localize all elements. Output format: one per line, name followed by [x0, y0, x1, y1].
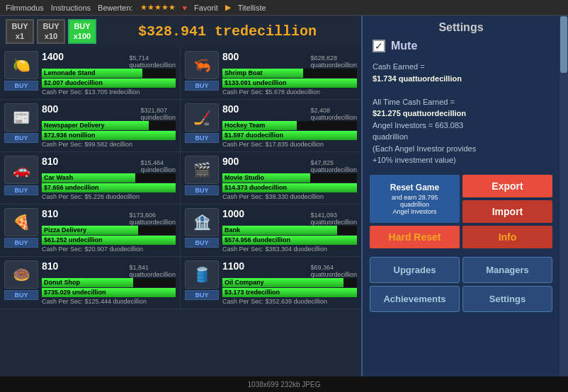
- buy-x10-button[interactable]: BUYx10: [37, 19, 65, 44]
- business-count: 810: [42, 208, 58, 219]
- business-name: Lemonade Stand: [44, 69, 96, 78]
- business-buy-button[interactable]: BUY: [185, 238, 219, 248]
- business-grid: 🍋 BUY 1400 $5,714quattuordecillion Lemon…: [0, 47, 361, 309]
- business-name: Hockey Team: [225, 121, 265, 130]
- angel-unit: quadrillion: [373, 131, 550, 143]
- business-cost: $141,093quattuordecillion: [310, 212, 357, 226]
- business-cost: $2,408quattuordecillion: [310, 107, 357, 121]
- all-time-value: $21.275 quattuordecillion: [373, 108, 550, 120]
- business-progress-bar: Hockey Team: [222, 121, 357, 130]
- left-panel: BUYx1 BUYx10 BUYx100 $328.941 tredecilli…: [0, 16, 361, 392]
- business-count: 810: [42, 260, 58, 272]
- business-profit-bar: $574.956 duodecillion: [222, 236, 357, 245]
- business-count: 810: [42, 156, 58, 167]
- profit-value: $1.597 duodecillion: [225, 131, 283, 140]
- export-button[interactable]: Export: [462, 175, 552, 197]
- business-icon: 📰: [4, 103, 38, 132]
- stats-box: Cash Earned = $1.734 quattuordecillion A…: [363, 58, 560, 169]
- business-progress-bar: Newspaper Delivery: [42, 121, 176, 130]
- reset-game-button[interactable]: Reset Game and earn 28.795quadrillionAng…: [370, 175, 460, 223]
- mute-row: ✓ Mute: [363, 37, 560, 55]
- angel-note: (Each Angel Investor provides: [373, 143, 550, 155]
- business-count: 1100: [222, 260, 244, 272]
- mute-checkbox[interactable]: ✓: [373, 40, 385, 52]
- profit-value: $133.091 undecillion: [225, 79, 287, 88]
- business-buy-button[interactable]: BUY: [4, 133, 38, 143]
- favorit-heart[interactable]: ♥: [183, 4, 188, 12]
- instructions[interactable]: Instructions: [51, 4, 91, 12]
- profit-value: $61.252 undecillion: [44, 236, 103, 245]
- business-progress-bar: Bank: [222, 226, 357, 235]
- business-name: Newspaper Delivery: [44, 121, 105, 130]
- business-row: 🛢️ BUY 1100 $69,364quattuordecillion Oil…: [181, 257, 361, 309]
- buy-x100-button[interactable]: BUYx100: [68, 19, 96, 44]
- business-row: 🍕 BUY 810 $173,606quattuordecillion Pizz…: [0, 204, 181, 257]
- titelliste[interactable]: Titelliste: [238, 4, 266, 12]
- cash-per-sec: Cash Per Sec: $17.835 duodecillion: [222, 141, 357, 148]
- business-icon: 🏒: [185, 103, 219, 132]
- business-buy-button[interactable]: BUY: [185, 81, 219, 91]
- business-progress-bar: Pizza Delivery: [42, 226, 176, 235]
- business-count: 1400: [42, 51, 64, 62]
- all-time-label: All Time Cash Earned =: [373, 96, 550, 108]
- business-progress-bar: Lemonade Stand: [42, 69, 176, 78]
- profit-value: $3.173 tredecillion: [225, 288, 280, 297]
- business-count: 1000: [222, 208, 244, 219]
- scrollbar-thumb[interactable]: [560, 16, 567, 73]
- reset-game-label: Reset Game: [373, 183, 457, 192]
- business-buy-button[interactable]: BUY: [4, 238, 38, 248]
- settings-button[interactable]: Settings: [462, 286, 552, 312]
- profit-value: $735.029 undecillion: [44, 288, 106, 297]
- business-icon: 🍋: [4, 51, 38, 79]
- settings-panel: Settings ✓ Mute Cash Earned = $1.734 qua…: [363, 16, 560, 392]
- business-progress-bar: Donut Shop: [42, 278, 176, 287]
- business-icon: 🏦: [185, 208, 219, 236]
- business-profit-bar: $3.173 tredecillion: [222, 288, 357, 297]
- business-cost: $1,841quattuordecillion: [129, 264, 176, 278]
- business-cost: $15,464quindecillion: [140, 159, 176, 173]
- cash-per-sec: Cash Per Sec: $5.226 duodecillion: [42, 193, 176, 200]
- business-buy-button[interactable]: BUY: [4, 81, 38, 91]
- profit-value: $14.373 duodecillion: [225, 183, 287, 192]
- favorit-label[interactable]: Favorit: [194, 4, 218, 12]
- total-cash-display: $328.941 tredecillion: [99, 23, 356, 40]
- business-count: 900: [222, 156, 239, 167]
- business-name: Donut Shop: [44, 278, 80, 287]
- business-row: 🦐 BUY 800 $628,628quattuordecillion Shri…: [181, 47, 361, 100]
- settings-title: Settings: [363, 16, 560, 37]
- managers-button[interactable]: Managers: [462, 257, 552, 283]
- hard-reset-button[interactable]: Hard Reset: [370, 226, 460, 248]
- business-buy-button[interactable]: BUY: [185, 290, 219, 300]
- business-icon: 🚗: [4, 156, 38, 184]
- business-name: Oil Company: [225, 278, 264, 287]
- profit-value: $72.936 nonillion: [44, 131, 96, 140]
- profit-value: $7.656 undecillion: [44, 183, 99, 192]
- import-button[interactable]: Import: [462, 200, 552, 223]
- upgrades-button[interactable]: Upgrades: [370, 257, 460, 283]
- business-profit-bar: $2.007 duodecillion: [42, 79, 176, 88]
- business-row: 📰 BUY 800 $321,807quindecillion Newspape…: [0, 100, 181, 152]
- scrollbar-track[interactable]: [560, 16, 568, 392]
- achievements-button[interactable]: Achievements: [370, 286, 460, 312]
- business-icon: 🛢️: [185, 260, 219, 289]
- right-panel: Settings ✓ Mute Cash Earned = $1.734 qua…: [361, 16, 568, 392]
- cash-per-sec: Cash Per Sec: $38.330 duodecillion: [222, 193, 357, 200]
- info-button[interactable]: Info: [462, 226, 552, 248]
- filmmodus[interactable]: Filmmodus: [6, 4, 44, 12]
- main-container: BUYx1 BUYx10 BUYx100 $328.941 tredecilli…: [0, 16, 568, 392]
- buy-x1-button[interactable]: BUYx1: [6, 19, 34, 44]
- rating-stars[interactable]: ★★★★★: [140, 3, 176, 12]
- profit-value: $574.956 duodecillion: [225, 236, 290, 245]
- business-row: 🍩 BUY 810 $1,841quattuordecillion Donut …: [0, 257, 181, 309]
- nav-buttons: Upgrades Managers Achievements Settings: [363, 251, 560, 318]
- business-row: 🚗 BUY 810 $15,464quindecillion Car Wash …: [0, 152, 181, 204]
- business-icon: 🍕: [4, 208, 38, 236]
- business-buy-button[interactable]: BUY: [4, 185, 38, 195]
- business-cost: $321,807quindecillion: [140, 107, 176, 121]
- business-buy-button[interactable]: BUY: [185, 185, 219, 195]
- business-buy-button[interactable]: BUY: [4, 290, 38, 300]
- business-cost: $628,628quattuordecillion: [310, 54, 357, 69]
- reset-sub-text: and earn 28.795quadrillionAngel Investor…: [373, 194, 457, 215]
- bewerten-label: Bewerten:: [98, 4, 133, 12]
- business-buy-button[interactable]: BUY: [185, 133, 219, 143]
